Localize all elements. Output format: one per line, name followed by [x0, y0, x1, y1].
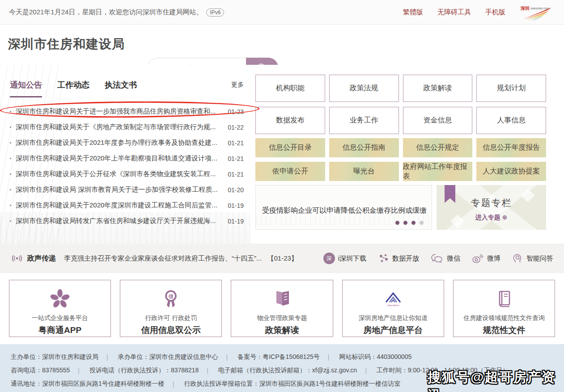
data-cluster-icon — [377, 253, 389, 264]
list-item[interactable]: 深圳市住房和建设局关于《房地产政策制定与市场管理行政行为规...01-22 — [10, 119, 244, 135]
quicklink-disclosure-guide[interactable]: 信息公开指南 — [329, 138, 399, 157]
open-data-link[interactable]: 数据开放 — [377, 253, 419, 264]
news-carousel[interactable]: 受疫情影响企业可以申请降低公积金缴存比例或缓缴 — [255, 185, 432, 230]
notice-tabs: 通知公告 工作动态 执法文书 更多 — [10, 80, 244, 97]
bullet-icon — [10, 111, 11, 112]
list-item[interactable]: 深圳市住房和建设局关于进一步加强我市商品住房购房资格审查和...01-23 — [10, 104, 244, 119]
weibo-icon — [471, 253, 484, 264]
welcome-message: 今天是2021年1月24日，星期日，欢迎您访问深圳市住建局网站。 — [9, 8, 203, 17]
service-card-real-estate-platform[interactable]: shenzhen 深圳房地产信息让你知道 房地产信息平台 — [342, 280, 444, 337]
banner-row: 受疫情影响企业可以申请降低公积金缴存比例或缓缴 专题专栏 进入专题 ⊕ — [255, 185, 546, 230]
list-item[interactable]: 深圳市住房和建设局 深圳市教育局关于进一步加强学校装修工程质...01-20 — [10, 182, 244, 198]
list-item[interactable]: 深圳市住房和建设局关于2021年度参与办理行政事务及协助查处建...01-21 — [10, 135, 244, 151]
tab-enforcement-documents[interactable]: 执法文书 — [105, 80, 137, 96]
ishenzhen-app-icon: 深 — [323, 253, 335, 264]
carousel-headline[interactable]: 受疫情影响企业可以申请降低公积金缴存比例或缓缴 — [262, 206, 427, 215]
quicklink-npc-cppcc-proposals[interactable]: 人大建议政协提案 — [476, 162, 546, 181]
accessibility-tools-link[interactable]: 无障碍工具 — [437, 8, 471, 17]
enter-topics-link[interactable]: 进入专题 ⊕ — [437, 214, 546, 222]
quicklink-website-annual-report[interactable]: 政府网站工作年度报表 — [403, 162, 473, 181]
quick-links-panel: 机构职能 政策法规 政策解读 规划计划 数据发布 业务工作 资金信息 人事信息 … — [255, 75, 546, 230]
special-topics-box[interactable]: 专题专栏 进入专题 ⊕ — [437, 185, 546, 230]
svg-text:信: 信 — [168, 294, 174, 299]
quicklink-funds-info[interactable]: 资金信息 — [403, 107, 473, 134]
smart-qa-icon — [512, 253, 523, 264]
carousel-dot[interactable] — [395, 221, 399, 225]
quicklink-exposure-platform[interactable]: 曝光台 — [329, 162, 399, 181]
tab-work-updates[interactable]: 工作动态 — [57, 80, 89, 96]
welcome-text: 今天是2021年1月24日，星期日，欢迎您访问深圳市住建局网站。 IPv6 — [9, 0, 224, 25]
page: 今天是2021年1月24日，星期日，欢迎您访问深圳市住建局网站。 IPv6 繁體… — [0, 0, 564, 392]
voice-bar: 政声传递 李克强主持召开专家企业家座谈会征求对政府工作报告、“十四五”... 【… — [0, 244, 564, 273]
open-book-icon — [231, 287, 332, 311]
carousel-dots — [395, 221, 424, 225]
wechat-icon — [430, 253, 444, 264]
service-cards: 一站式企业服务平台 粤商通APP 信 行政许可 行政处罚 信用信息双公示 — [9, 280, 555, 337]
tab-notices[interactable]: 通知公告 — [10, 80, 42, 97]
bullet-icon — [10, 142, 11, 143]
special-topics-title: 专题专栏 — [437, 197, 546, 209]
list-item[interactable]: 深圳市住房和建设局转发广东省住房和城乡建设厅关于开展违规海...01-19 — [10, 213, 244, 229]
bullet-icon — [10, 158, 11, 159]
quicklink-disclosure-rules[interactable]: 信息公开规定 — [403, 138, 473, 157]
ishenzhen-download-link[interactable]: 深 i深圳下载 — [323, 253, 366, 264]
broadcast-icon — [11, 253, 23, 263]
footer-row-1: 主办单位：深圳市住房和建设局｜ 承办单位：深圳市住房建设信息中心｜ 备案号：粤I… — [11, 350, 564, 363]
carousel-dot[interactable] — [420, 221, 424, 225]
shortcut-links: 深 i深圳下载 数据开放 — [323, 253, 553, 264]
quicklink-policies-regulations[interactable]: 政策法规 — [329, 75, 399, 102]
weibo-link[interactable]: 微博 — [471, 253, 500, 264]
bullet-icon — [10, 126, 11, 128]
quicklink-business-work[interactable]: 业务工作 — [329, 107, 399, 134]
service-card-credit-disclosure[interactable]: 信 行政许可 行政处罚 信用信息双公示 — [120, 280, 222, 337]
info-category-grid: 机构职能 政策法规 政策解读 规划计划 数据发布 业务工作 资金信息 人事信息 — [255, 75, 546, 134]
notice-panel: 通知公告 工作动态 执法文书 更多 深圳市住房和建设局关于进一步加强我市商品住房… — [10, 80, 244, 229]
top-bar: 今天是2021年1月24日，星期日，欢迎您访问深圳市住建局网站。 IPv6 繁體… — [0, 0, 564, 25]
wechat-link[interactable]: 微信 — [430, 253, 460, 264]
bullet-icon — [10, 173, 11, 175]
list-item[interactable]: 深圳市住房和建设局关于2020年度深圳市建设工程施工合同后监管...01-19 — [10, 198, 244, 213]
carousel-dot[interactable] — [403, 221, 407, 225]
svg-text:shenzhen: shenzhen — [387, 304, 399, 307]
closed-book-icon — [454, 287, 555, 311]
house-roof-logo-icon: shenzhen — [343, 287, 444, 311]
service-card-yueshangtong[interactable]: 一站式企业服务平台 粤商通APP — [9, 280, 111, 337]
quicklink-data-release[interactable]: 数据发布 — [255, 107, 325, 134]
traditional-chinese-link[interactable]: 繁體版 — [403, 8, 423, 17]
voice-news-date: 【01-23】 — [267, 254, 298, 263]
bullet-icon — [10, 189, 11, 190]
shenzhen-city-logo: 深圳 SHENZHEN CHINA — [520, 4, 553, 21]
carousel-dot[interactable] — [411, 221, 416, 225]
list-item[interactable]: 深圳市住房和建设局关于2020年上半年勘察项目和轨道交通设计项...01-21 — [10, 151, 244, 166]
quicklink-disclosure-catalog[interactable]: 信息公开目录 — [255, 138, 325, 157]
quicklink-planning[interactable]: 规划计划 — [476, 75, 546, 102]
notice-list: 深圳市住房和建设局关于进一步加强我市商品住房购房资格审查和...01-23 深圳… — [10, 104, 244, 229]
voice-news-link[interactable]: 李克强主持召开专家企业家座谈会征求对政府工作报告、“十四五”... — [64, 254, 262, 263]
service-card-policy-interpretation[interactable]: 物业管理政策专题 政策解读 — [231, 280, 333, 337]
top-links: 繁體版 无障碍工具 手机版 深圳 SHENZHEN CHINA — [403, 0, 553, 25]
quicklink-annual-report[interactable]: 信息公开年度报告 — [476, 138, 546, 157]
bauhinia-flower-icon — [9, 287, 110, 311]
quicklink-policy-interpretation[interactable]: 政策解读 — [403, 75, 473, 102]
quicklink-org-functions[interactable]: 机构职能 — [255, 75, 325, 102]
service-card-normative-documents[interactable]: 住房建设领域规范性文件查询 规范性文件 — [453, 280, 555, 337]
list-item[interactable]: 深圳市住房和建设局关于公开征求《深圳市各类物业建筑安装工程...01-21 — [10, 166, 244, 182]
svg-text:深圳: 深圳 — [520, 6, 530, 11]
medal-icon: 信 — [120, 287, 221, 311]
bullet-icon — [10, 205, 11, 206]
disclosure-grid: 信息公开目录 信息公开指南 信息公开规定 信息公开年度报告 依申请公开 曝光台 … — [255, 138, 546, 181]
site-header: 深圳市住房和建设局 首 页 信息公开 政务服务 互动交流 — [0, 25, 564, 65]
voice-label: 政声传递 — [27, 254, 56, 263]
quicklink-personnel-info[interactable]: 人事信息 — [476, 107, 546, 134]
ipv6-badge[interactable]: IPv6 — [206, 8, 224, 17]
sohu-watermark: 搜狐号@超哥房产资讯 — [428, 368, 564, 392]
quicklink-disclosure-upon-request[interactable]: 依申请公开 — [255, 162, 325, 181]
smart-qa-link[interactable]: 智能问答 — [512, 253, 553, 264]
mobile-version-link[interactable]: 手机版 — [485, 8, 505, 17]
more-link[interactable]: 更多 — [231, 80, 244, 89]
site-title: 深圳市住房和建设局 — [8, 36, 125, 53]
bullet-icon — [10, 220, 11, 222]
